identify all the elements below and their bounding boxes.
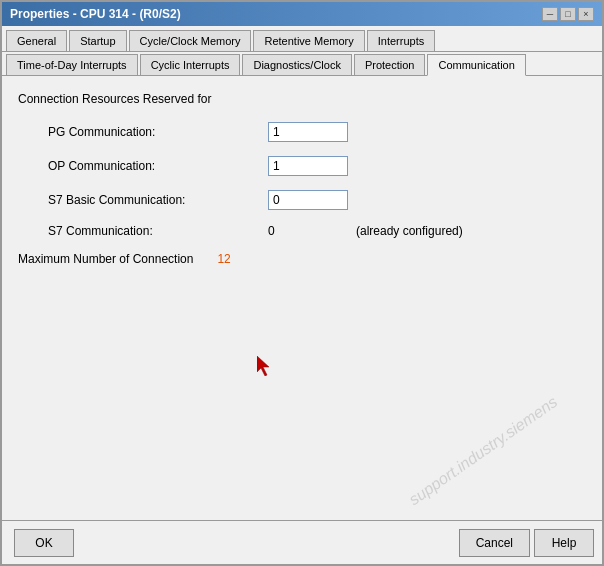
properties-window: Properties - CPU 314 - (R0/S2) ─ □ × Gen…: [0, 0, 604, 566]
tab-general[interactable]: General: [6, 30, 67, 51]
watermark: support.industry.siemens: [406, 393, 561, 509]
pg-communication-label: PG Communication:: [48, 125, 268, 139]
close-button[interactable]: ×: [578, 7, 594, 21]
help-button[interactable]: Help: [534, 529, 594, 557]
s7-basic-communication-input[interactable]: [268, 190, 348, 210]
ok-button[interactable]: OK: [14, 529, 74, 557]
s7-basic-communication-row: S7 Basic Communication:: [48, 190, 586, 210]
s7-communication-label: S7 Communication:: [48, 224, 268, 238]
pg-communication-input[interactable]: [268, 122, 348, 142]
op-communication-row: OP Communication:: [48, 156, 586, 176]
tab-communication[interactable]: Communication: [427, 54, 525, 76]
s7-communication-note: (already configured): [356, 224, 463, 238]
tab-retentive-memory[interactable]: Retentive Memory: [253, 30, 364, 51]
bottom-bar: OK Cancel Help: [2, 520, 602, 564]
window-title: Properties - CPU 314 - (R0/S2): [10, 7, 181, 21]
cursor-arrow-icon: [257, 356, 273, 376]
minimize-button[interactable]: ─: [542, 7, 558, 21]
op-communication-label: OP Communication:: [48, 159, 268, 173]
s7-communication-row: S7 Communication: 0 (already configured): [48, 224, 586, 238]
s7-basic-communication-label: S7 Basic Communication:: [48, 193, 268, 207]
maximize-button[interactable]: □: [560, 7, 576, 21]
s7-communication-value: 0: [268, 224, 348, 238]
svg-marker-0: [257, 356, 269, 376]
tab-protection[interactable]: Protection: [354, 54, 426, 75]
pg-communication-row: PG Communication:: [48, 122, 586, 142]
cancel-button[interactable]: Cancel: [459, 529, 530, 557]
max-connection-label: Maximum Number of Connection: [18, 252, 193, 266]
tabs-row-1: General Startup Cycle/Clock Memory Reten…: [2, 26, 602, 52]
form-table: PG Communication: OP Communication: S7 B…: [48, 122, 586, 238]
op-communication-input[interactable]: [268, 156, 348, 176]
tab-time-of-day-interrupts[interactable]: Time-of-Day Interrupts: [6, 54, 138, 75]
max-connection-row: Maximum Number of Connection 12: [18, 252, 586, 266]
title-bar-controls: ─ □ ×: [542, 7, 594, 21]
content-area: Connection Resources Reserved for PG Com…: [2, 76, 602, 520]
tab-cycle-clock-memory[interactable]: Cycle/Clock Memory: [129, 30, 252, 51]
tab-cyclic-interrupts[interactable]: Cyclic Interrupts: [140, 54, 241, 75]
max-connection-value: 12: [217, 252, 230, 266]
section-label: Connection Resources Reserved for: [18, 92, 586, 106]
tab-diagnostics-clock[interactable]: Diagnostics/Clock: [242, 54, 351, 75]
tab-startup[interactable]: Startup: [69, 30, 126, 51]
tab-interrupts[interactable]: Interrupts: [367, 30, 435, 51]
tabs-row-2: Time-of-Day Interrupts Cyclic Interrupts…: [2, 52, 602, 76]
title-bar: Properties - CPU 314 - (R0/S2) ─ □ ×: [2, 2, 602, 26]
